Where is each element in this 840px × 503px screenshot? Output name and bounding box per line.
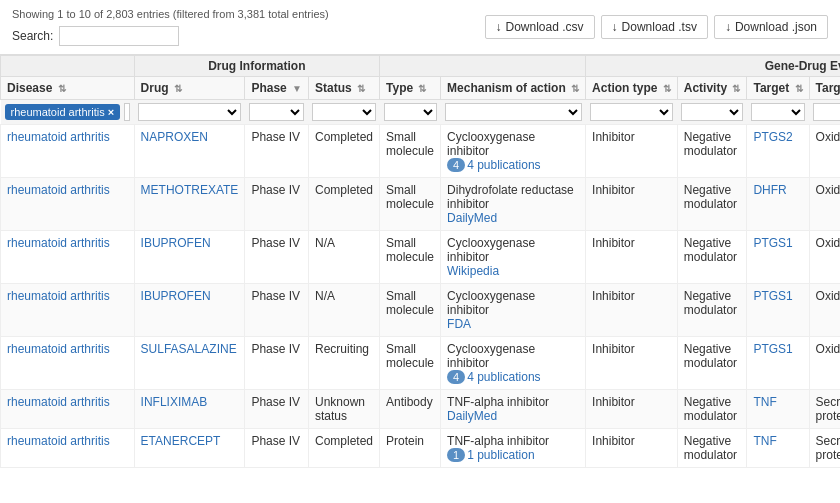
publications-link[interactable]: 4 publications [467,370,540,384]
mechanism-filter-select[interactable] [445,103,582,121]
top-bar: Showing 1 to 10 of 2,803 entries (filter… [0,0,840,55]
drug-link[interactable]: NAPROXEN [141,130,208,144]
target-link[interactable]: TNF [753,434,776,448]
col-group-disease [1,56,135,77]
sort-drug-icon[interactable]: ⇅ [174,83,182,94]
cell-disease: rheumatoid arthritis [1,337,135,390]
disease-link[interactable]: rheumatoid arthritis [7,434,110,448]
target-link[interactable]: PTGS1 [753,236,792,250]
cell-phase: Phase IV [245,284,309,337]
sort-target-icon[interactable]: ⇅ [795,83,803,94]
drug-link[interactable]: INFLIXIMAB [141,395,208,409]
download-json-icon: ↓ [725,20,731,34]
search-label: Search: [12,29,53,43]
sort-mechanism-icon[interactable]: ⇅ [571,83,579,94]
target-link[interactable]: DHFR [753,183,786,197]
col-disease: Disease ⇅ [1,77,135,100]
source-link[interactable]: DailyMed [447,211,497,225]
col-header-row: Disease ⇅ Drug ⇅ Phase ▼ Status ⇅ Type ⇅… [1,77,841,100]
type-filter-select[interactable] [384,103,437,121]
activity-filter-select[interactable] [681,103,743,121]
drug-filter-select[interactable] [138,103,241,121]
download-json-button[interactable]: ↓ Download .json [714,15,828,39]
cell-type: Small molecule [380,178,441,231]
cell-target-class: Secreted protein [809,429,840,468]
cell-mechanism: TNF-alpha inhibitor11 publication [441,429,586,468]
download-csv-label: Download .csv [506,20,584,34]
cell-phase: Phase IV [245,429,309,468]
drug-link[interactable]: SULFASALAZINE [141,342,237,356]
drug-link[interactable]: IBUPROFEN [141,236,211,250]
cell-type: Small molecule [380,125,441,178]
filter-phase-cell [245,100,309,125]
cell-disease: rheumatoid arthritis [1,390,135,429]
col-status: Status ⇅ [308,77,379,100]
source-link[interactable]: FDA [447,317,471,331]
col-type: Type ⇅ [380,77,441,100]
cell-target-class: Oxidoreductase [809,337,840,390]
source-link[interactable]: DailyMed [447,409,497,423]
cell-target: DHFR [747,178,809,231]
cell-target: PTGS1 [747,284,809,337]
target-class-filter-select[interactable] [813,103,840,121]
publications-link[interactable]: 1 publication [467,448,534,462]
publications-link[interactable]: 4 publications [467,158,540,172]
sort-disease-icon[interactable]: ⇅ [58,83,66,94]
cell-disease: rheumatoid arthritis [1,231,135,284]
cell-mechanism: Cyclooxygenase inhibitorWikipedia [441,231,586,284]
sort-status-icon[interactable]: ⇅ [357,83,365,94]
target-link[interactable]: PTGS2 [753,130,792,144]
target-link[interactable]: PTGS1 [753,342,792,356]
cell-target: TNF [747,390,809,429]
phase-filter-select[interactable] [249,103,305,121]
disease-link[interactable]: rheumatoid arthritis [7,183,110,197]
cell-activity: Negative modulator [677,125,747,178]
cell-activity: Negative modulator [677,429,747,468]
drug-link[interactable]: ETANERCEPT [141,434,221,448]
target-link[interactable]: TNF [753,395,776,409]
cell-activity: Negative modulator [677,284,747,337]
search-input[interactable] [59,26,179,46]
top-left: Showing 1 to 10 of 2,803 entries (filter… [12,8,329,46]
cell-disease: rheumatoid arthritis [1,125,135,178]
cell-action-type: Inhibitor [586,284,678,337]
cell-disease: rheumatoid arthritis [1,284,135,337]
drug-link[interactable]: IBUPROFEN [141,289,211,303]
status-filter-select[interactable] [312,103,375,121]
disease-link[interactable]: rheumatoid arthritis [7,130,110,144]
col-target: Target ⇅ [747,77,809,100]
sort-activity-icon[interactable]: ⇅ [732,83,740,94]
cell-mechanism: TNF-alpha inhibitorDailyMed [441,390,586,429]
cell-drug: ETANERCEPT [134,429,245,468]
cell-status: Unknown status [308,390,379,429]
cell-target-class: Oxidoreductase [809,231,840,284]
table-row: rheumatoid arthritis IBUPROFEN Phase IV … [1,231,841,284]
target-filter-select[interactable] [751,103,805,121]
disease-link[interactable]: rheumatoid arthritis [7,395,110,409]
drug-link[interactable]: METHOTREXATE [141,183,239,197]
filter-type-cell [380,100,441,125]
sort-phase-icon[interactable]: ▼ [292,83,302,94]
sort-action-icon[interactable]: ⇅ [663,83,671,94]
target-link[interactable]: PTGS1 [753,289,792,303]
disease-tag-remove[interactable]: × [108,106,114,118]
search-row: Search: [12,26,329,46]
disease-filter-select[interactable] [124,103,130,121]
action-filter-select[interactable] [590,103,674,121]
disease-link[interactable]: rheumatoid arthritis [7,236,110,250]
sort-type-icon[interactable]: ⇅ [418,83,426,94]
cell-action-type: Inhibitor [586,231,678,284]
col-group-drug-info: Drug Information [134,56,379,77]
disease-link[interactable]: rheumatoid arthritis [7,342,110,356]
source-link[interactable]: Wikipedia [447,264,499,278]
disease-link[interactable]: rheumatoid arthritis [7,289,110,303]
download-tsv-button[interactable]: ↓ Download .tsv [601,15,708,39]
cell-mechanism: Cyclooxygenase inhibitor44 publications [441,337,586,390]
cell-target: PTGS1 [747,337,809,390]
table-row: rheumatoid arthritis METHOTREXATE Phase … [1,178,841,231]
filter-activity-cell [677,100,747,125]
col-group-row: Drug Information Gene-Drug Evidence [1,56,841,77]
cell-activity: Negative modulator [677,390,747,429]
download-csv-button[interactable]: ↓ Download .csv [485,15,595,39]
cell-activity: Negative modulator [677,337,747,390]
